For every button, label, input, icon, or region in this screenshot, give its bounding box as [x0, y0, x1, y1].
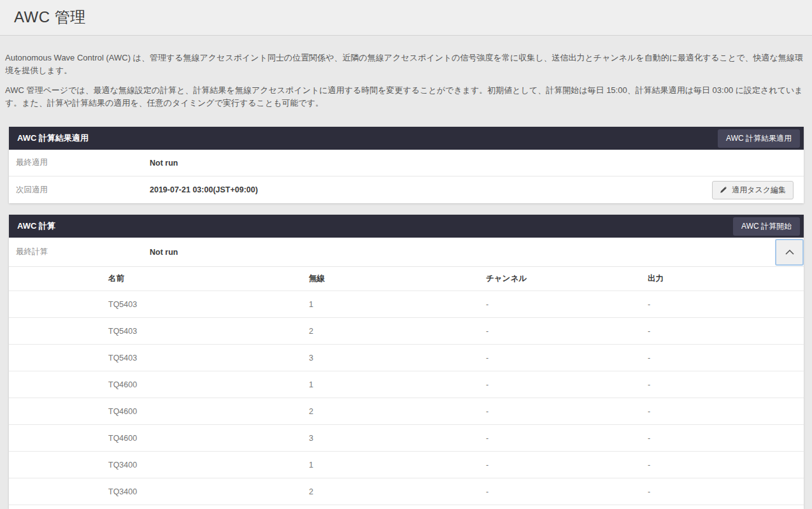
awc-calc-panel-header: AWC 計算 AWC 計算開始: [9, 215, 804, 238]
page-header: AWC 管理: [0, 0, 812, 36]
table-cell-output: -: [648, 327, 804, 336]
awc-calc-start-button[interactable]: AWC 計算開始: [733, 217, 800, 236]
table-row: TQ46001--: [9, 371, 804, 398]
table-cell-output: -: [648, 380, 804, 389]
table-header-radio: 無線: [309, 273, 486, 284]
table-cell-output: -: [648, 407, 804, 416]
chevron-up-icon: [785, 250, 794, 255]
table-row: TQ46003--: [9, 425, 804, 452]
pencil-icon: [720, 186, 727, 194]
last-apply-value: Not run: [150, 159, 804, 168]
table-cell-radio: 3: [309, 434, 486, 443]
table-row: TQ54033--: [9, 345, 804, 371]
next-apply-row: 次回適用 2019-07-21 03:00(JST+09:00) 適用タスク編集: [9, 176, 804, 203]
next-apply-label: 次回適用: [16, 185, 150, 196]
table-row-clipped: [9, 505, 804, 509]
description-paragraph-1: Autonomous Wave Control (AWC) は、管理する無線アク…: [5, 52, 806, 77]
awc-calc-panel: AWC 計算 AWC 計算開始 最終計算 Not run 名前 無線 チャンネル…: [9, 215, 804, 509]
table-cell-output: -: [648, 487, 804, 496]
table-cell-channel: -: [486, 461, 648, 470]
table-cell-output: -: [648, 354, 804, 362]
table-cell-name: TQ3400: [9, 487, 309, 496]
table-cell-channel: -: [486, 300, 648, 309]
table-cell-name: TQ4600: [9, 380, 309, 389]
table-row: TQ34002--: [9, 478, 804, 505]
table-cell-output: -: [648, 300, 804, 309]
last-calc-label: 最終計算: [16, 247, 150, 257]
last-calc-value: Not run: [150, 248, 775, 257]
edit-apply-task-button[interactable]: 適用タスク編集: [712, 181, 794, 199]
table-cell-name: TQ5403: [9, 327, 309, 336]
table-header-row: 名前 無線 チャンネル 出力: [9, 267, 804, 291]
table-cell-output: -: [648, 434, 804, 443]
table-cell-channel: -: [486, 487, 648, 496]
table-cell-channel: -: [486, 380, 648, 389]
table-cell-name: TQ5403: [9, 354, 309, 362]
table-cell-radio: 1: [309, 300, 486, 309]
awc-apply-result-button[interactable]: AWC 計算結果適用: [718, 129, 800, 148]
table-cell-output: -: [648, 461, 804, 470]
description-paragraph-2: AWC 管理ページでは、最適な無線設定の計算と、計算結果を無線アクセスポイントに…: [5, 84, 806, 110]
table-cell-name: TQ4600: [9, 407, 309, 416]
table-row: TQ46002--: [9, 398, 804, 425]
table-cell-name: TQ4600: [9, 434, 309, 443]
awc-apply-panel: AWC 計算結果適用 AWC 計算結果適用 最終適用 Not run 次回適用 …: [9, 127, 804, 203]
table-cell-radio: 3: [309, 354, 486, 362]
last-apply-row: 最終適用 Not run: [9, 150, 804, 176]
table-body: TQ54031--TQ54032--TQ54033--TQ46001--TQ46…: [9, 291, 804, 505]
last-calc-row: 最終計算 Not run: [9, 238, 804, 267]
table-header-name: 名前: [9, 273, 309, 284]
table-cell-name: TQ5403: [9, 300, 309, 309]
table-header-output: 出力: [648, 273, 804, 284]
page-title: AWC 管理: [14, 7, 812, 27]
page-description: Autonomous Wave Control (AWC) は、管理する無線アク…: [0, 36, 812, 110]
table-cell-radio: 2: [309, 407, 486, 416]
table-cell-channel: -: [486, 327, 648, 336]
collapse-table-button[interactable]: [775, 239, 804, 266]
last-apply-label: 最終適用: [16, 157, 150, 168]
table-cell-radio: 1: [309, 380, 486, 389]
table-cell-radio: 1: [309, 461, 486, 470]
table-row: TQ54031--: [9, 291, 804, 318]
table-cell-channel: -: [486, 354, 648, 362]
table-cell-radio: 2: [309, 327, 486, 336]
table-row: TQ34001--: [9, 452, 804, 478]
next-apply-value: 2019-07-21 03:00(JST+09:00): [150, 185, 712, 194]
table-cell-channel: -: [486, 407, 648, 416]
table-cell-channel: -: [486, 434, 648, 443]
table-cell-radio: 2: [309, 487, 486, 496]
edit-apply-task-label: 適用タスク編集: [732, 185, 786, 196]
awc-apply-panel-header: AWC 計算結果適用 AWC 計算結果適用: [9, 127, 804, 150]
table-row: TQ54032--: [9, 318, 804, 345]
awc-calc-panel-title: AWC 計算: [17, 220, 55, 232]
table-header-channel: チャンネル: [486, 273, 648, 284]
table-cell-name: TQ3400: [9, 461, 309, 470]
awc-apply-panel-title: AWC 計算結果適用: [17, 133, 89, 144]
